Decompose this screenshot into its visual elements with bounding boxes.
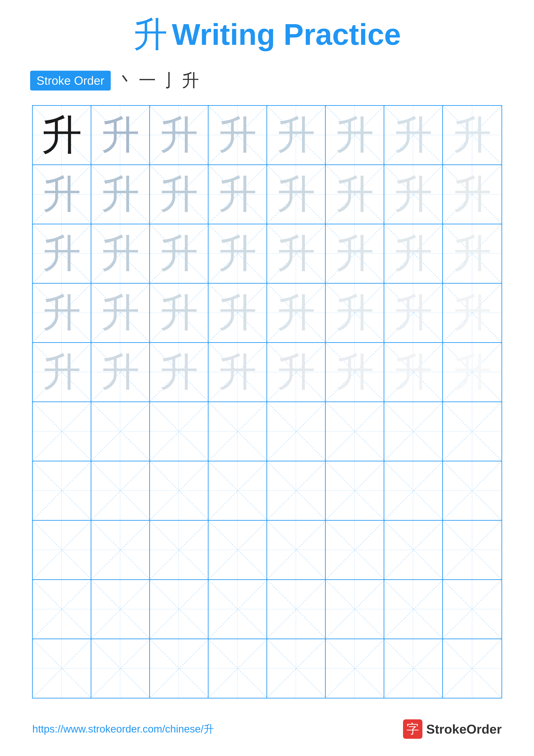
grid-cell-5-2[interactable] [150, 402, 209, 461]
grid-cell-3-7[interactable]: 升 [443, 284, 501, 342]
grid-cell-1-5[interactable]: 升 [326, 165, 384, 224]
grid-cell-2-2[interactable]: 升 [150, 224, 209, 283]
grid-cell-0-1[interactable]: 升 [91, 106, 150, 164]
svg-line-128 [33, 580, 91, 638]
grid-cell-6-7[interactable] [443, 461, 501, 520]
grid-cell-1-6[interactable]: 升 [384, 165, 443, 224]
grid-cell-8-7[interactable] [443, 580, 501, 638]
grid-cell-9-6[interactable] [384, 639, 443, 698]
grid-cell-6-1[interactable] [91, 461, 150, 520]
grid-cell-8-2[interactable] [150, 580, 209, 638]
svg-line-131 [91, 580, 149, 638]
svg-line-139 [326, 580, 384, 638]
grid-cell-7-0[interactable] [33, 521, 91, 579]
grid-cell-0-6[interactable]: 升 [384, 106, 443, 164]
grid-cell-6-0[interactable] [33, 461, 91, 520]
grid-cell-5-3[interactable] [209, 402, 267, 461]
page-container: 升 Writing Practice Stroke Order 丶 一 亅 升 … [0, 0, 534, 756]
cell-char-3-4: 升 [277, 293, 315, 332]
footer-url[interactable]: https://www.strokeorder.com/chinese/升 [32, 722, 214, 736]
cell-char-1-4: 升 [277, 175, 315, 214]
grid-cell-8-0[interactable] [33, 580, 91, 638]
grid-cell-3-5[interactable]: 升 [326, 284, 384, 342]
grid-cell-3-3[interactable]: 升 [209, 284, 267, 342]
grid-cell-4-4[interactable]: 升 [267, 343, 326, 401]
grid-cell-0-5[interactable]: 升 [326, 106, 384, 164]
grid-cell-5-6[interactable] [384, 402, 443, 461]
grid-cell-4-1[interactable]: 升 [91, 343, 150, 401]
grid-cell-8-4[interactable] [267, 580, 326, 638]
grid-cell-2-0[interactable]: 升 [33, 224, 91, 283]
grid-cell-5-0[interactable] [33, 402, 91, 461]
grid-cell-5-7[interactable] [443, 402, 501, 461]
grid-cell-9-2[interactable] [150, 639, 209, 698]
grid-cell-2-3[interactable]: 升 [209, 224, 267, 283]
grid-cell-3-4[interactable]: 升 [267, 284, 326, 342]
grid-cell-2-1[interactable]: 升 [91, 224, 150, 283]
grid-cell-0-0[interactable]: 升 [33, 106, 91, 164]
grid-cell-4-0[interactable]: 升 [33, 343, 91, 401]
grid-cell-9-4[interactable] [267, 639, 326, 698]
svg-line-148 [150, 639, 208, 698]
grid-cell-3-6[interactable]: 升 [384, 284, 443, 342]
grid-cell-4-5[interactable]: 升 [326, 343, 384, 401]
grid-cell-6-6[interactable] [384, 461, 443, 520]
grid-cell-1-7[interactable]: 升 [443, 165, 501, 224]
grid-cell-4-2[interactable]: 升 [150, 343, 209, 401]
grid-cell-0-3[interactable]: 升 [209, 106, 267, 164]
svg-line-86 [209, 402, 267, 461]
grid-cell-5-1[interactable] [91, 402, 150, 461]
grid-cell-7-2[interactable] [150, 521, 209, 579]
grid-cell-3-0[interactable]: 升 [33, 284, 91, 342]
grid-cell-8-6[interactable] [384, 580, 443, 638]
grid-cell-7-3[interactable] [209, 521, 267, 579]
grid-cell-9-0[interactable] [33, 639, 91, 698]
grid-cell-7-5[interactable] [326, 521, 384, 579]
grid-cell-4-6[interactable]: 升 [384, 343, 443, 401]
grid-cell-6-3[interactable] [209, 461, 267, 520]
grid-cell-9-3[interactable] [209, 639, 267, 698]
grid-cell-9-1[interactable] [91, 639, 150, 698]
grid-cell-2-4[interactable]: 升 [267, 224, 326, 283]
svg-line-146 [91, 639, 149, 698]
grid-cell-1-3[interactable]: 升 [209, 165, 267, 224]
grid-cell-2-5[interactable]: 升 [326, 224, 384, 283]
svg-line-154 [326, 639, 384, 698]
grid-cell-6-2[interactable] [150, 461, 209, 520]
svg-line-96 [33, 461, 91, 520]
grid-cell-0-4[interactable]: 升 [267, 106, 326, 164]
grid-cell-2-7[interactable]: 升 [443, 224, 501, 283]
grid-cell-9-7[interactable] [443, 639, 501, 698]
cell-char-1-6: 升 [394, 175, 433, 214]
svg-line-140 [384, 580, 442, 638]
grid-cell-1-1[interactable]: 升 [91, 165, 150, 224]
grid-cell-7-6[interactable] [384, 521, 443, 579]
svg-line-105 [267, 461, 325, 520]
grid-cell-8-1[interactable] [91, 580, 150, 638]
grid-cell-6-4[interactable] [267, 461, 326, 520]
cell-char-2-3: 升 [218, 234, 257, 273]
grid-cell-7-1[interactable] [91, 521, 150, 579]
grid-cell-0-7[interactable]: 升 [443, 106, 501, 164]
grid-cell-0-2[interactable]: 升 [150, 106, 209, 164]
grid-cell-1-0[interactable]: 升 [33, 165, 91, 224]
grid-cell-1-4[interactable]: 升 [267, 165, 326, 224]
grid-cell-4-3[interactable]: 升 [209, 343, 267, 401]
cell-char-4-3: 升 [218, 353, 257, 392]
grid-cell-2-6[interactable]: 升 [384, 224, 443, 283]
grid-cell-4-7[interactable]: 升 [443, 343, 501, 401]
cell-char-1-5: 升 [335, 175, 374, 214]
grid-cell-6-5[interactable] [326, 461, 384, 520]
grid-cell-1-2[interactable]: 升 [150, 165, 209, 224]
grid-cell-9-5[interactable] [326, 639, 384, 698]
grid-cell-7-7[interactable] [443, 521, 501, 579]
grid-cell-7-4[interactable] [267, 521, 326, 579]
grid-cell-5-4[interactable] [267, 402, 326, 461]
grid-cell-8-5[interactable] [326, 580, 384, 638]
grid-cell-3-1[interactable]: 升 [91, 284, 150, 342]
grid-cell-3-2[interactable]: 升 [150, 284, 209, 342]
cell-char-0-3: 升 [218, 116, 257, 154]
grid-cell-8-3[interactable] [209, 580, 267, 638]
grid-cell-5-5[interactable] [326, 402, 384, 461]
svg-line-126 [443, 521, 501, 579]
